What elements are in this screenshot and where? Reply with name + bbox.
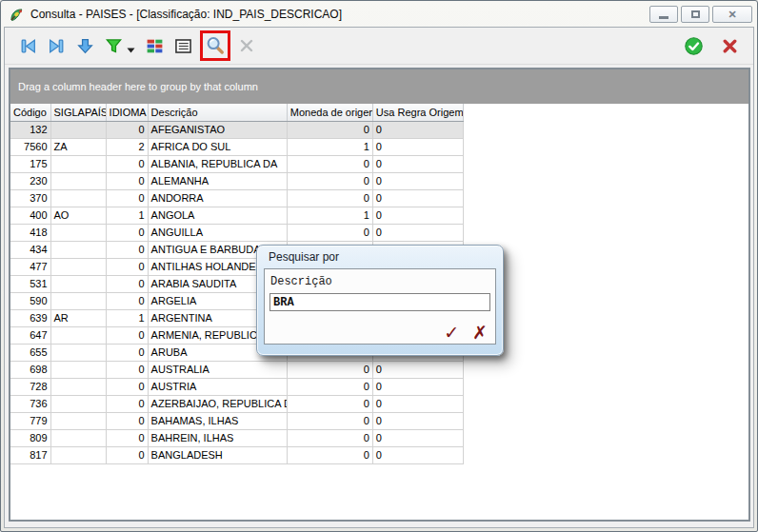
table-cell[interactable]: 175 [10, 155, 50, 172]
table-cell[interactable]: 0 [372, 412, 463, 429]
table-cell[interactable]: 698 [10, 361, 50, 378]
table-cell[interactable]: 477 [10, 258, 50, 275]
table-cell[interactable]: 7560 [10, 138, 50, 155]
table-cell[interactable] [50, 429, 106, 446]
filter-dropdown-button[interactable] [127, 40, 135, 57]
table-row[interactable]: 4180ANGUILLA00 [10, 224, 464, 241]
table-cell[interactable]: 0 [287, 121, 372, 138]
table-cell[interactable]: 0 [372, 361, 463, 378]
table-cell[interactable] [50, 378, 106, 395]
table-cell[interactable]: 370 [10, 189, 50, 207]
column-header[interactable]: Descrição [148, 104, 287, 121]
table-cell[interactable]: ALEMANHA [148, 172, 287, 189]
table-cell[interactable]: 0 [372, 395, 463, 412]
table-cell[interactable]: 0 [106, 326, 148, 344]
table-row[interactable]: 3700ANDORRA00 [10, 189, 464, 207]
table-cell[interactable]: 0 [372, 207, 463, 224]
table-cell[interactable]: 0 [372, 189, 463, 207]
table-cell[interactable]: 2 [106, 138, 148, 155]
table-cell[interactable]: 0 [287, 189, 372, 207]
table-cell[interactable]: BANGLADESH [148, 446, 287, 463]
table-cell[interactable]: 0 [106, 241, 148, 258]
table-cell[interactable]: 0 [372, 224, 463, 241]
report-button[interactable] [171, 34, 194, 57]
table-cell[interactable]: 1 [287, 138, 372, 155]
fetch-records-button[interactable] [73, 34, 96, 57]
table-cell[interactable]: 400 [10, 207, 50, 224]
table-cell[interactable] [50, 292, 106, 309]
table-cell[interactable]: 0 [287, 378, 372, 395]
table-cell[interactable] [50, 412, 106, 429]
table-cell[interactable]: 0 [372, 121, 463, 138]
table-cell[interactable]: 779 [10, 412, 50, 429]
search-button[interactable] [204, 34, 227, 57]
table-cell[interactable]: 0 [106, 446, 148, 463]
clear-search-button[interactable] [235, 34, 258, 57]
table-row[interactable]: 7560ZA2AFRICA DO SUL10 [10, 138, 464, 155]
column-header[interactable]: Código [10, 104, 50, 121]
table-cell[interactable]: 1 [106, 207, 148, 224]
table-cell[interactable]: 0 [287, 446, 372, 463]
table-cell[interactable]: AO [50, 207, 106, 224]
table-cell[interactable] [50, 258, 106, 275]
column-header[interactable]: SIGLAPAÍS [50, 104, 106, 121]
column-header[interactable]: Moneda de origen [287, 104, 372, 121]
table-row[interactable]: 7280AUSTRIA00 [10, 378, 464, 395]
table-cell[interactable]: 0 [106, 429, 148, 446]
table-cell[interactable]: 0 [287, 224, 372, 241]
dialog-cancel-button[interactable]: ✗ [472, 321, 488, 344]
table-cell[interactable] [50, 275, 106, 292]
table-cell[interactable]: 0 [287, 412, 372, 429]
table-cell[interactable]: 647 [10, 326, 50, 344]
table-cell[interactable] [50, 344, 106, 361]
table-cell[interactable]: 809 [10, 429, 50, 446]
table-cell[interactable] [50, 446, 106, 463]
table-cell[interactable] [50, 155, 106, 172]
table-cell[interactable] [50, 361, 106, 378]
table-cell[interactable]: 230 [10, 172, 50, 189]
confirm-button[interactable] [683, 35, 704, 56]
table-row[interactable]: 8090BAHREIN, ILHAS00 [10, 429, 464, 446]
table-cell[interactable]: AFRICA DO SUL [148, 138, 287, 155]
table-cell[interactable]: BAHAMAS, ILHAS [148, 412, 287, 429]
table-cell[interactable]: 0 [287, 395, 372, 412]
table-cell[interactable]: ZA [50, 138, 106, 155]
table-cell[interactable]: 0 [287, 361, 372, 378]
table-cell[interactable]: 0 [287, 429, 372, 446]
table-cell[interactable]: 0 [106, 121, 148, 138]
abort-button[interactable] [719, 35, 740, 56]
table-cell[interactable]: 0 [372, 446, 463, 463]
table-cell[interactable]: 590 [10, 292, 50, 309]
table-cell[interactable]: 0 [372, 155, 463, 172]
table-cell[interactable]: 132 [10, 121, 50, 138]
dialog-confirm-button[interactable]: ✓ [444, 321, 459, 344]
table-cell[interactable]: 817 [10, 446, 50, 463]
table-cell[interactable]: 0 [106, 292, 148, 309]
table-cell[interactable]: 0 [372, 429, 463, 446]
table-cell[interactable]: 0 [106, 275, 148, 292]
column-header[interactable]: IDIOMA [106, 104, 148, 121]
table-row[interactable]: 8170BANGLADESH00 [10, 446, 464, 463]
table-cell[interactable]: 0 [106, 412, 148, 429]
last-record-button[interactable] [45, 34, 68, 57]
table-cell[interactable]: 0 [372, 138, 463, 155]
filter-button[interactable] [102, 34, 125, 57]
table-cell[interactable]: 0 [106, 224, 148, 241]
table-cell[interactable]: 1 [287, 207, 372, 224]
table-row[interactable]: 1320AFEGANISTAO00 [10, 121, 464, 138]
table-cell[interactable]: 0 [106, 361, 148, 378]
table-cell[interactable]: ANDORRA [148, 189, 287, 207]
column-header[interactable]: Usa Regra Origem [372, 104, 463, 121]
table-cell[interactable]: 0 [287, 155, 372, 172]
table-row[interactable]: 1750ALBANIA, REPUBLICA DA00 [10, 155, 464, 172]
table-cell[interactable]: 0 [106, 344, 148, 361]
table-cell[interactable]: 0 [287, 172, 372, 189]
table-cell[interactable]: 655 [10, 344, 50, 361]
table-cell[interactable]: ANGUILLA [148, 224, 287, 241]
table-cell[interactable]: 0 [106, 258, 148, 275]
table-cell[interactable]: 728 [10, 378, 50, 395]
table-cell[interactable]: AR [50, 309, 106, 326]
table-cell[interactable] [50, 121, 106, 138]
table-cell[interactable] [50, 224, 106, 241]
table-cell[interactable]: BAHREIN, ILHAS [148, 429, 287, 446]
